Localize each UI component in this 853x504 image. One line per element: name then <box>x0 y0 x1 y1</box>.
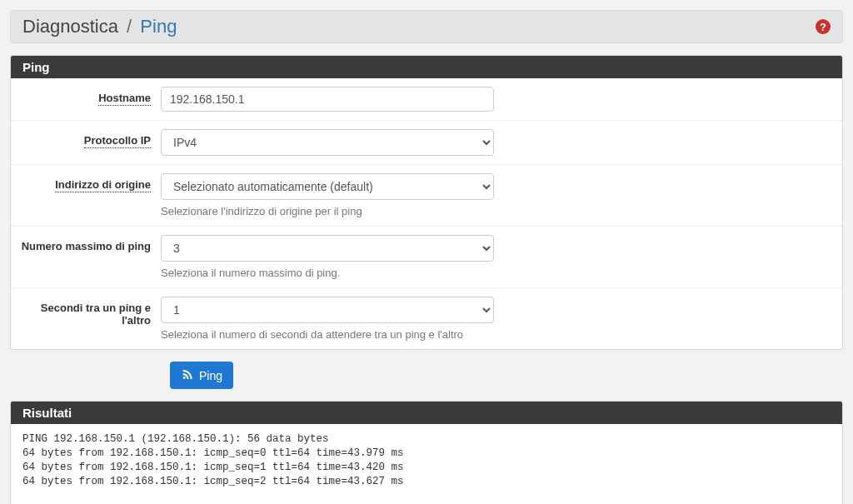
ping-panel: Ping Hostname Protocollo IP IPv4 Indiriz… <box>10 55 843 350</box>
form-row-interval: Secondi tra un ping e l'altro 1 Selezion… <box>11 288 842 349</box>
source-field-wrap: Selezionato automaticamente (default) Se… <box>161 173 494 217</box>
source-select[interactable]: Selezionato automaticamente (default) <box>161 173 494 200</box>
ping-button-row: Ping <box>170 362 843 389</box>
ping-panel-title: Ping <box>11 56 842 78</box>
maxping-label-wrap: Numero massimo di ping <box>11 235 161 252</box>
breadcrumb: Diagnostica / Ping <box>22 16 177 37</box>
form-row-hostname: Hostname <box>11 78 842 121</box>
rss-icon <box>181 367 194 383</box>
results-panel: Risultati PING 192.168.150.1 (192.168.15… <box>10 401 843 504</box>
hostname-label-wrap: Hostname <box>11 87 161 104</box>
form-row-maxping: Numero massimo di ping 3 Seleziona il nu… <box>11 227 842 288</box>
interval-label-wrap: Secondi tra un ping e l'altro <box>11 297 161 327</box>
results-panel-title: Risultati <box>11 402 842 424</box>
protocol-label-wrap: Protocollo IP <box>11 129 161 147</box>
protocol-field-wrap: IPv4 <box>161 129 494 156</box>
help-icon[interactable]: ? <box>816 19 831 34</box>
maxping-label: Numero massimo di ping <box>22 240 151 252</box>
interval-help: Seleziona il numero di secondi da attend… <box>161 328 494 341</box>
interval-label: Secondi tra un ping e l'altro <box>41 302 151 327</box>
form-row-source: Indirizzo di origine Selezionato automat… <box>11 165 842 227</box>
form-row-protocol: Protocollo IP IPv4 <box>11 121 842 165</box>
source-help: Selezionare l'indirizzo di origine per i… <box>161 205 494 217</box>
hostname-input[interactable] <box>161 87 494 112</box>
interval-select[interactable]: 1 <box>161 297 494 323</box>
hostname-label: Hostname <box>98 92 151 106</box>
maxping-field-wrap: 3 Seleziona il numero massimo di ping. <box>161 235 494 279</box>
maxping-help: Seleziona il numero massimo di ping. <box>161 267 494 279</box>
results-output: PING 192.168.150.1 (192.168.150.1): 56 d… <box>11 424 842 504</box>
breadcrumb-parent: Diagnostica <box>22 16 118 37</box>
maxping-select[interactable]: 3 <box>161 235 494 262</box>
ping-button[interactable]: Ping <box>170 362 233 389</box>
page-header: Diagnostica / Ping ? <box>10 10 843 43</box>
ping-button-label: Ping <box>199 369 222 382</box>
source-label-wrap: Indirizzo di origine <box>11 173 161 191</box>
interval-field-wrap: 1 Seleziona il numero di secondi da atte… <box>161 297 494 341</box>
breadcrumb-current: Ping <box>140 16 177 37</box>
breadcrumb-separator: / <box>127 16 132 37</box>
protocol-label: Protocollo IP <box>84 134 151 148</box>
hostname-field-wrap <box>161 87 494 112</box>
source-label: Indirizzo di origine <box>55 178 151 192</box>
protocol-select[interactable]: IPv4 <box>161 129 494 156</box>
